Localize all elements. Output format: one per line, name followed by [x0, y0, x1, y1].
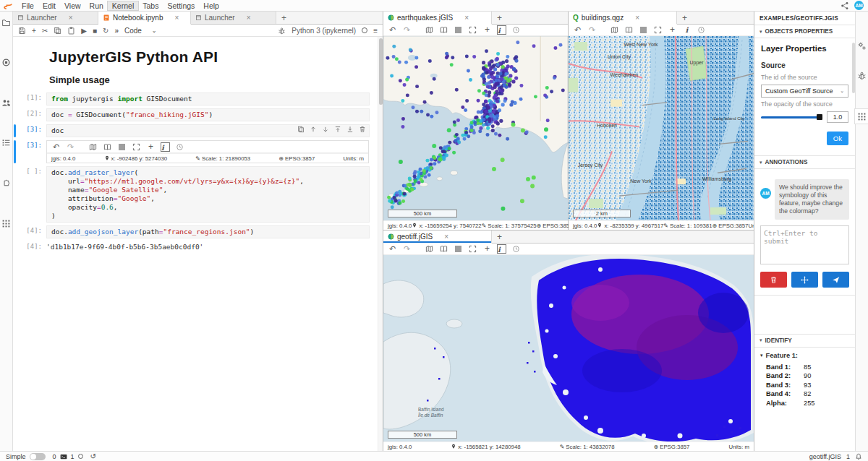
layers-button[interactable]	[425, 244, 434, 254]
stop-kernel-button[interactable]: ■	[93, 25, 97, 36]
submit-annotation-button[interactable]	[822, 272, 849, 288]
run-all-button[interactable]: »	[114, 25, 119, 36]
undo-button[interactable]: ↶	[388, 25, 397, 35]
simple-mode-toggle[interactable]	[30, 453, 46, 460]
duplicate-cell-button[interactable]	[297, 126, 305, 135]
menu-settings[interactable]: Settings	[163, 1, 199, 10]
move-cell-up-button[interactable]	[310, 126, 317, 135]
layer-symbology-button[interactable]	[639, 25, 648, 35]
geotiff-map-canvas[interactable]: Baffin Island Île de Baffin 500 km	[383, 255, 754, 441]
identify-section-header[interactable]: ▾IDENTIFY	[754, 335, 855, 348]
history-icon[interactable]: ↺	[90, 452, 96, 460]
objects-properties-section-header[interactable]: ▾OBJECTS PROPERTIES	[754, 25, 855, 38]
move-cell-down-button[interactable]	[322, 126, 329, 135]
extension-manager-icon[interactable]	[1, 178, 11, 188]
add-layer-button[interactable]: +	[668, 25, 677, 35]
kernel-name[interactable]: Python 3 (ipykernel)	[292, 27, 356, 35]
redo-button[interactable]: ↷	[66, 142, 75, 152]
tab-buildings[interactable]: Q buildings.qgz ×	[569, 12, 677, 25]
tab-launcher-2[interactable]: Launcher ×	[191, 12, 276, 24]
share-icon[interactable]	[841, 1, 849, 10]
cell-editor[interactable]: doc	[46, 124, 370, 137]
close-icon[interactable]: ×	[444, 233, 448, 241]
temporal-controller-button[interactable]	[697, 25, 706, 35]
new-tab-button[interactable]: +	[492, 231, 507, 243]
notebook-menu-icon[interactable]: ≡	[373, 25, 378, 36]
add-layer-button[interactable]: +	[482, 244, 492, 254]
identify-tool-button[interactable]: i	[682, 25, 692, 35]
new-tab-button[interactable]: +	[492, 12, 507, 24]
menu-run[interactable]: Run	[85, 1, 108, 10]
menu-kernel[interactable]: Kernel	[108, 1, 138, 10]
notebook-scrollbar[interactable]	[378, 37, 383, 451]
jupytergis-sidebar-icon[interactable]	[855, 109, 868, 124]
save-button[interactable]	[18, 26, 26, 35]
copy-cell-button[interactable]	[54, 26, 61, 35]
opacity-value-field[interactable]: 1.0	[827, 111, 848, 123]
debugger-sidebar-icon[interactable]	[857, 71, 867, 81]
tab-notebook[interactable]: Notebook.ipynb ×	[98, 12, 191, 25]
layer-symbology-button[interactable]	[454, 244, 463, 254]
close-icon[interactable]: ×	[464, 14, 469, 22]
kernel-status-icon[interactable]	[362, 27, 367, 33]
cell-type-select[interactable]: Code⌄	[124, 27, 157, 35]
layers-button[interactable]	[88, 142, 98, 152]
undo-button[interactable]: ↶	[573, 25, 582, 35]
running-kernels-icon[interactable]	[1, 58, 11, 68]
close-icon[interactable]: ×	[69, 14, 73, 22]
cell-editor[interactable]: doc.add_raster_layer( url="https://mt1.g…	[46, 166, 370, 223]
tab-launcher-1[interactable]: Launcher ×	[13, 12, 98, 24]
restart-kernel-button[interactable]: ↻	[103, 25, 109, 36]
cut-cell-button[interactable]: ✂	[42, 25, 48, 36]
annotation-input[interactable]	[760, 225, 849, 264]
menu-view[interactable]: View	[60, 1, 85, 10]
collaboration-icon[interactable]	[1, 98, 11, 108]
buildings-map-canvas[interactable]: West New YorkUnion CityWeehawkenHobokenJ…	[569, 36, 754, 220]
identify-tool-button[interactable]: i	[497, 244, 506, 254]
menu-edit[interactable]: Edit	[38, 1, 60, 10]
identify-tool-button[interactable]: i	[497, 25, 506, 35]
file-browser-icon[interactable]	[1, 17, 11, 27]
basemap-button[interactable]	[439, 244, 448, 254]
redo-button[interactable]: ↷	[402, 244, 412, 254]
zoom-to-extent-button[interactable]	[653, 25, 663, 35]
layer-symbology-button[interactable]	[117, 142, 127, 152]
tab-geotiff[interactable]: geotiff.jGIS ×	[383, 231, 492, 244]
run-cell-button[interactable]: ▶	[81, 25, 87, 36]
annotations-section-header[interactable]: ▾ANNOTATIONS	[754, 155, 855, 169]
identify-feature-header[interactable]: ▾Feature 1:	[760, 352, 849, 359]
layer-symbology-button[interactable]	[454, 25, 463, 35]
identify-tool-button[interactable]: i	[161, 142, 170, 152]
opacity-slider[interactable]	[761, 116, 822, 119]
add-layer-button[interactable]: +	[482, 25, 492, 35]
basemap-button[interactable]	[103, 142, 112, 152]
zoom-to-extent-button[interactable]	[468, 244, 477, 254]
center-on-annotation-button[interactable]	[791, 272, 818, 288]
delete-annotation-button[interactable]	[760, 272, 787, 288]
insert-cell-button[interactable]: +	[32, 25, 36, 36]
undo-button[interactable]: ↶	[388, 244, 397, 254]
debugger-icon[interactable]	[278, 26, 286, 35]
layers-button[interactable]	[610, 25, 619, 35]
add-layer-button[interactable]: +	[146, 142, 156, 152]
delete-cell-button[interactable]	[359, 126, 366, 135]
earthquakes-map-canvas[interactable]: 500 km	[383, 36, 568, 220]
properties-scrollbar[interactable]	[852, 43, 855, 93]
cell-editor[interactable]: from jupytergis import GISDocument	[46, 92, 370, 105]
close-icon[interactable]: ×	[635, 14, 639, 22]
temporal-controller-button[interactable]	[511, 244, 521, 254]
basemap-button[interactable]	[439, 25, 448, 35]
slider-knob[interactable]	[817, 114, 822, 120]
notification-count[interactable]: 1	[846, 453, 850, 460]
source-select[interactable]: Custom GeoTiff Source ⌄	[761, 85, 848, 98]
basemap-button[interactable]	[624, 25, 634, 35]
table-of-contents-icon[interactable]	[1, 138, 11, 148]
new-tab-button[interactable]: +	[677, 12, 692, 24]
menu-tabs[interactable]: Tabs	[138, 1, 163, 10]
menu-help[interactable]: Help	[199, 1, 224, 10]
tab-earthquakes[interactable]: earthquakes.jGIS ×	[383, 12, 492, 25]
insert-cell-above-button[interactable]	[334, 126, 341, 135]
undo-button[interactable]: ↶	[51, 142, 61, 152]
cell-editor[interactable]: doc.add_geojson_layer(path="france_regio…	[46, 225, 370, 238]
insert-cell-below-button[interactable]	[346, 126, 354, 135]
